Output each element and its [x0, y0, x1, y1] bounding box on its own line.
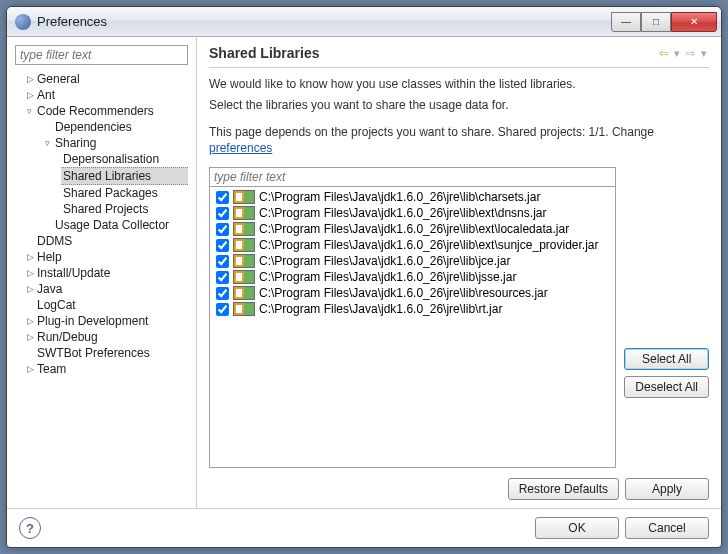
ok-button[interactable]: OK — [535, 517, 619, 539]
minimize-button[interactable]: — — [611, 12, 641, 32]
tree-item-label: Shared Packages — [63, 186, 158, 200]
library-row[interactable]: C:\Program Files\Java\jdk1.6.0_26\jre\li… — [210, 253, 615, 269]
preferences-link[interactable]: preferences — [209, 141, 272, 155]
library-row[interactable]: C:\Program Files\Java\jdk1.6.0_26\jre\li… — [210, 301, 615, 317]
library-path: C:\Program Files\Java\jdk1.6.0_26\jre\li… — [259, 206, 546, 220]
tree-item[interactable]: ▷Ant — [15, 87, 188, 103]
tree-item[interactable]: ▿Code Recommenders — [15, 103, 188, 119]
tree-item-label: Usage Data Collector — [55, 218, 169, 232]
jar-icon — [233, 254, 255, 268]
tree-item-label: Depersonalisation — [63, 152, 159, 166]
library-checkbox[interactable] — [216, 223, 229, 236]
titlebar[interactable]: Preferences — □ ✕ — [7, 7, 721, 37]
jar-icon — [233, 190, 255, 204]
library-path: C:\Program Files\Java\jdk1.6.0_26\jre\li… — [259, 270, 516, 284]
tree-item[interactable]: Shared Libraries — [61, 167, 188, 185]
tree-arrow-icon: ▷ — [27, 332, 35, 342]
tree-item-label: Run/Debug — [37, 330, 98, 344]
tree-item[interactable]: ▷Team — [15, 361, 188, 377]
tree-item[interactable]: ▷Install/Update — [15, 265, 188, 281]
library-checkbox[interactable] — [216, 271, 229, 284]
library-path: C:\Program Files\Java\jdk1.6.0_26\jre\li… — [259, 302, 502, 316]
restore-defaults-button[interactable]: Restore Defaults — [508, 478, 619, 500]
jar-icon — [233, 222, 255, 236]
tree-arrow-icon: ▷ — [27, 252, 35, 262]
main-panel: Shared Libraries ⇦▾ ⇨▾ We would like to … — [197, 37, 721, 508]
cancel-button[interactable]: Cancel — [625, 517, 709, 539]
tree-item-label: Install/Update — [37, 266, 110, 280]
library-row[interactable]: C:\Program Files\Java\jdk1.6.0_26\jre\li… — [210, 221, 615, 237]
description-line-2: Select the libraries you want to share t… — [209, 97, 709, 114]
library-path: C:\Program Files\Java\jdk1.6.0_26\jre\li… — [259, 190, 540, 204]
sidebar-filter-input[interactable] — [15, 45, 188, 65]
library-path: C:\Program Files\Java\jdk1.6.0_26\jre\li… — [259, 254, 510, 268]
tree-item[interactable]: Depersonalisation — [15, 151, 188, 167]
library-path: C:\Program Files\Java\jdk1.6.0_26\jre\li… — [259, 286, 548, 300]
library-checkbox[interactable] — [216, 191, 229, 204]
tree-item[interactable]: Shared Projects — [15, 201, 188, 217]
tree-item-label: DDMS — [37, 234, 72, 248]
tree-item[interactable]: DDMS — [15, 233, 188, 249]
tree-item[interactable]: ▷General — [15, 71, 188, 87]
library-path: C:\Program Files\Java\jdk1.6.0_26\jre\li… — [259, 238, 599, 252]
jar-icon — [233, 270, 255, 284]
forward-icon[interactable]: ⇨ — [684, 47, 697, 60]
library-checkbox[interactable] — [216, 239, 229, 252]
library-checkbox[interactable] — [216, 255, 229, 268]
tree-item[interactable]: ▷Java — [15, 281, 188, 297]
select-all-button[interactable]: Select All — [624, 348, 709, 370]
sidebar: ▷General▷Ant▿Code RecommendersDependenci… — [7, 37, 197, 508]
tree-item[interactable]: ▷Plug-in Development — [15, 313, 188, 329]
library-checkbox[interactable] — [216, 287, 229, 300]
tree-item[interactable]: Usage Data Collector — [15, 217, 188, 233]
apply-button[interactable]: Apply — [625, 478, 709, 500]
tree-item-label: Plug-in Development — [37, 314, 148, 328]
library-checkbox[interactable] — [216, 207, 229, 220]
close-button[interactable]: ✕ — [671, 12, 717, 32]
help-icon[interactable]: ? — [19, 517, 41, 539]
tree-item-label: Java — [37, 282, 62, 296]
app-icon — [15, 14, 31, 30]
back-menu-icon[interactable]: ▾ — [672, 47, 682, 60]
library-row[interactable]: C:\Program Files\Java\jdk1.6.0_26\jre\li… — [210, 269, 615, 285]
tree-item-label: Shared Libraries — [63, 169, 151, 183]
tree-item[interactable]: ▷Run/Debug — [15, 329, 188, 345]
tree-item-label: Dependencies — [55, 120, 132, 134]
preferences-tree[interactable]: ▷General▷Ant▿Code RecommendersDependenci… — [15, 71, 188, 500]
tree-item[interactable]: ▷Help — [15, 249, 188, 265]
tree-arrow-icon: ▿ — [27, 106, 35, 116]
window-title: Preferences — [37, 14, 611, 29]
tree-item-label: Team — [37, 362, 66, 376]
tree-arrow-icon: ▷ — [27, 316, 35, 326]
library-checkbox[interactable] — [216, 303, 229, 316]
tree-arrow-icon: ▷ — [27, 90, 35, 100]
back-icon[interactable]: ⇦ — [657, 47, 670, 60]
tree-arrow-icon: ▷ — [27, 284, 35, 294]
nav-arrows: ⇦▾ ⇨▾ — [657, 47, 709, 60]
library-row[interactable]: C:\Program Files\Java\jdk1.6.0_26\jre\li… — [210, 189, 615, 205]
tree-item[interactable]: ▿Sharing — [15, 135, 188, 151]
tree-item-label: LogCat — [37, 298, 76, 312]
jar-icon — [233, 206, 255, 220]
tree-item-label: Code Recommenders — [37, 104, 154, 118]
tree-item-label: SWTBot Preferences — [37, 346, 150, 360]
tree-item[interactable]: Dependencies — [15, 119, 188, 135]
library-list[interactable]: C:\Program Files\Java\jdk1.6.0_26\jre\li… — [209, 187, 616, 468]
tree-item-label: Ant — [37, 88, 55, 102]
page-title: Shared Libraries — [209, 45, 657, 61]
tree-item[interactable]: LogCat — [15, 297, 188, 313]
maximize-button[interactable]: □ — [641, 12, 671, 32]
library-row[interactable]: C:\Program Files\Java\jdk1.6.0_26\jre\li… — [210, 285, 615, 301]
forward-menu-icon[interactable]: ▾ — [699, 47, 709, 60]
description-line-1: We would like to know how you use classe… — [209, 76, 709, 93]
deselect-all-button[interactable]: Deselect All — [624, 376, 709, 398]
library-row[interactable]: C:\Program Files\Java\jdk1.6.0_26\jre\li… — [210, 237, 615, 253]
tree-item[interactable]: SWTBot Preferences — [15, 345, 188, 361]
library-row[interactable]: C:\Program Files\Java\jdk1.6.0_26\jre\li… — [210, 205, 615, 221]
library-filter-input[interactable] — [209, 167, 616, 187]
tree-item[interactable]: Shared Packages — [15, 185, 188, 201]
tree-arrow-icon: ▷ — [27, 268, 35, 278]
dependency-note: This page depends on the projects you wa… — [209, 124, 709, 158]
jar-icon — [233, 238, 255, 252]
footer: ? OK Cancel — [7, 508, 721, 547]
